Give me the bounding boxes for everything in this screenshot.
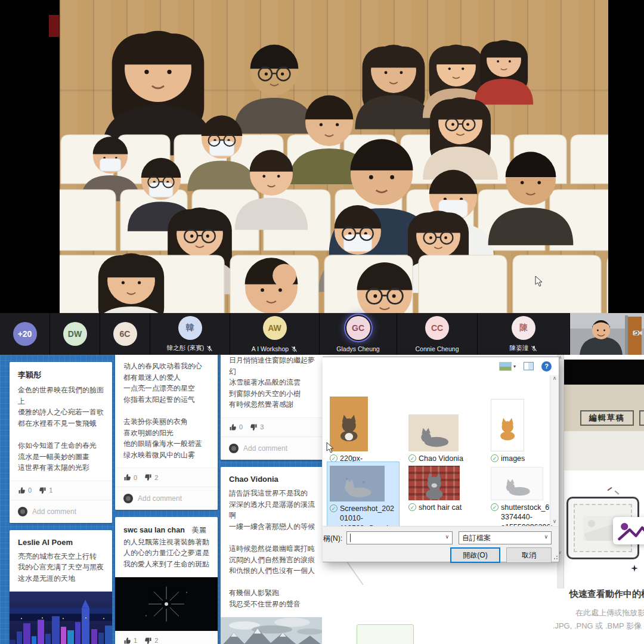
file-type-select[interactable]: 自訂檔案 ∨ — [459, 531, 552, 544]
file-name: Chao Vidonia — [419, 454, 463, 463]
sub-band — [564, 431, 644, 470]
padlet-card[interactable]: swc sau lan chan 美麗的人兒飄落注視著裝飾著動人的心的力量江心之… — [115, 517, 218, 644]
file-open-dialog: ▾ ? — [323, 357, 559, 562]
decor-tick — [614, 490, 619, 494]
open-button[interactable]: 開啟(O) — [450, 547, 500, 563]
thumbs-down-icon[interactable] — [144, 637, 152, 644]
file-item[interactable]: ✓short hair cat — [408, 463, 480, 512]
sparkle-icon — [631, 565, 638, 572]
thumbnail-view-icon — [499, 362, 512, 371]
file-item-selected[interactable]: ✓Screenshot_20201010-113503_Google — [327, 462, 399, 534]
board-column-3: 日月悄悄連住窗隙的繼起夢幻 冰雪籠著水晶般的流雲 到窗隙外的天空的小樹 有時候忽… — [221, 355, 322, 644]
add-comment-field[interactable]: Add comment — [115, 487, 218, 510]
add-comment-field[interactable]: Add comment — [221, 436, 322, 460]
card-reactions: 1 2 — [115, 631, 218, 644]
check-badge-icon: ✓ — [408, 454, 416, 462]
thumbs-up-icon[interactable] — [229, 423, 237, 431]
dislike-count: 2 — [154, 474, 158, 481]
participant-tile-gladys[interactable]: GC Gladys Cheung — [320, 313, 397, 355]
filename-input[interactable]: ∨ — [346, 531, 453, 544]
filename-label: 稱(N): — [323, 534, 342, 544]
dislike-count: 3 — [260, 423, 264, 431]
alpine-meadow-image — [221, 617, 322, 644]
avatar: DW — [63, 322, 87, 346]
dropdown-caret-icon: ▾ — [513, 364, 516, 369]
like-count: 1 — [134, 637, 137, 644]
file-name: short hair cat — [419, 503, 462, 512]
padlet-card[interactable]: Chao Vidonia 請告訴我這世界不是我的 深深的透水只是潺潺的溪流啊 一… — [221, 467, 322, 644]
card-body: 金色的世界映在我們的臉面上 優雅的詩人之心宛若一首歌 都在水裡看不見一隻飛蛾 你… — [10, 380, 112, 481]
add-comment-field[interactable]: Add comment — [10, 500, 112, 523]
gray-cat-thumbnail — [408, 414, 459, 451]
thumbs-down-icon[interactable] — [144, 473, 152, 481]
combo-caret-icon: ∨ — [445, 534, 449, 540]
mouse-cursor — [535, 275, 543, 287]
file-item[interactable]: ✓Chao Vidonia — [408, 394, 480, 463]
cat-in-leaves-thumbnail — [330, 466, 385, 501]
dialog-footer: 稱(N): ∨ 自訂檔案 ∨ 開啟(O) 取消 — [323, 526, 559, 562]
participant-tile-connie[interactable]: CC Connie Cheung — [397, 313, 478, 355]
avatar: CC — [425, 316, 449, 340]
participant-tile-6c[interactable]: 6C — [100, 313, 150, 355]
resize-grip[interactable] — [553, 556, 558, 561]
padlet-card[interactable]: 日月悄悄連住窗隙的繼起夢幻 冰雪籠著水晶般的流雲 到窗隙外的天空的小樹 有時候忽… — [221, 355, 322, 460]
participant-tile-aiworkshop[interactable]: AW A I Workshop — [230, 313, 320, 355]
commenter-avatar — [18, 507, 27, 516]
cancel-button[interactable]: 取消 — [506, 547, 552, 563]
help-button[interactable]: ? — [541, 361, 552, 371]
avatar: 6C — [113, 322, 137, 346]
decor-tick — [607, 487, 612, 491]
thumbs-down-icon[interactable] — [39, 487, 47, 494]
card-title: 李穎彤 — [10, 362, 112, 380]
brown-tabby-cat-thumbnail — [330, 397, 368, 451]
upload-section-heading: 快速查看動作中的模型 — [543, 589, 644, 600]
padlet-card[interactable]: 动人的春风吹动着我的心 都有最迷人的爱人 一点亮一点漂亮的星空 你指着太阳起誓的… — [115, 355, 218, 510]
dialog-toolbar: ▾ ? — [323, 357, 559, 375]
dialog-scrollbar[interactable]: ∧ ∨ — [550, 375, 559, 525]
combo-caret-icon: ∨ — [544, 534, 548, 540]
scroll-down-arrow[interactable]: ∨ — [550, 518, 559, 524]
overflow-participants-tile[interactable]: +20 — [0, 313, 50, 355]
participant-tile-han[interactable]: 韓 韓之彤 (來賓) — [150, 313, 230, 355]
edit-draft-button[interactable]: 編輯草稿 — [580, 410, 634, 426]
add-comment-label: Add comment — [138, 494, 182, 503]
card-reactions: 0 3 — [221, 417, 322, 436]
thumbs-up-icon[interactable] — [123, 473, 131, 481]
camera-switch-icon[interactable] — [632, 327, 643, 338]
hong-kong-skyline-image — [10, 592, 112, 644]
card-reactions: 0 2 — [115, 467, 218, 487]
avatar: 陳 — [512, 316, 535, 340]
board-column-1: 李穎彤 金色的世界映在我們的臉面上 優雅的詩人之心宛若一首歌 都在水裡看不見一隻… — [10, 362, 112, 644]
card-body: 动人的春风吹动着我的心 都有最迷人的爱人 一点亮一点漂亮的星空 你指着太阳起誓的… — [115, 355, 218, 467]
partial-button[interactable] — [357, 624, 414, 644]
participant-name: Connie Cheung — [416, 345, 459, 352]
participant-name: 陳姿潼 — [510, 344, 529, 352]
participant-tile-dw[interactable]: DW — [50, 313, 100, 355]
participant-tile-chan[interactable]: 陳 陳姿潼 — [478, 313, 570, 355]
card-body: 亮亮的城市在天空上行转 我的心宫充满了天空与黑夜 这水是无涯的天地 — [10, 547, 112, 592]
thumbs-down-icon[interactable] — [250, 423, 258, 431]
dark-abstract-image — [115, 577, 218, 631]
padlet-card[interactable]: 李穎彤 金色的世界映在我們的臉面上 優雅的詩人之心宛若一首歌 都在水裡看不見一隻… — [10, 362, 112, 523]
upload-hint-text: 在此處上傳或拖放影像 — [543, 608, 644, 618]
card-body: swc sau lan chan 美麗的人兒飄落注視著裝飾著動人的心的力量江心之… — [115, 517, 218, 577]
preview-pane-icon[interactable] — [524, 362, 534, 370]
avatar-speaking: GC — [346, 316, 370, 340]
scroll-up-arrow[interactable]: ∧ — [550, 375, 559, 381]
participant-name: A I Workshop — [252, 345, 289, 352]
mouse-cursor — [326, 442, 335, 454]
card-body: 日月悄悄連住窗隙的繼起夢幻 冰雪籠著水晶般的流雲 到窗隙外的天空的小樹 有時候忽… — [221, 355, 322, 417]
view-mode-button[interactable]: ▾ — [499, 362, 516, 371]
silver-tabby-thumbnail — [491, 467, 543, 500]
thumbs-up-icon[interactable] — [18, 487, 26, 494]
thumbs-up-icon[interactable] — [123, 637, 131, 644]
like-count: 0 — [239, 423, 243, 431]
self-video-tile[interactable] — [570, 313, 644, 355]
card-title: swc sau lan chan — [123, 526, 185, 534]
clipped-button[interactable] — [639, 410, 644, 426]
commenter-avatar — [229, 444, 239, 453]
banner-video-area — [564, 360, 644, 385]
add-comment-label: Add comment — [243, 444, 287, 453]
card-reactions: 0 1 — [10, 481, 112, 500]
padlet-card[interactable]: Leslie AI Poem 亮亮的城市在天空上行转 我的心宫充满了天空与黑夜 … — [10, 530, 112, 644]
